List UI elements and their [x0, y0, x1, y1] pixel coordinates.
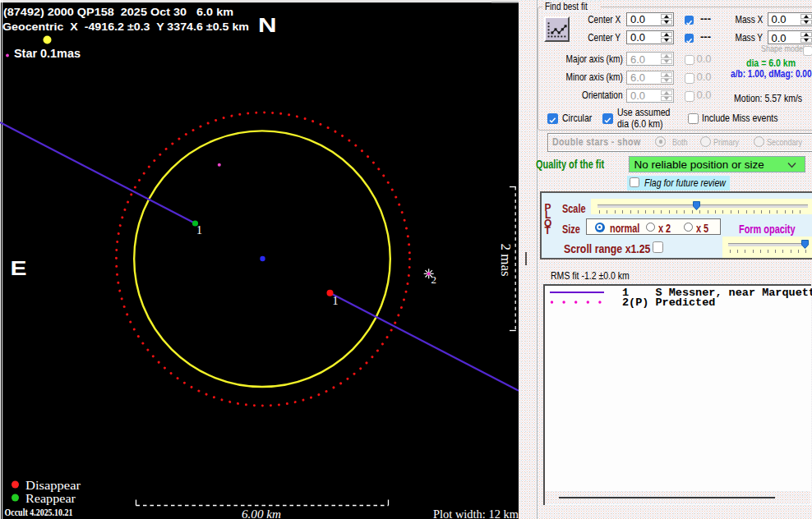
svg-text:E: E	[11, 257, 27, 279]
svg-text:(87492) 2000 QP158 2025 Oct 3: (87492) 2000 QP158 2025 Oct 30 6.0 km	[3, 6, 233, 18]
svg-text:Reappear: Reappear	[25, 492, 76, 505]
svg-text:6.00 km: 6.00 km	[242, 508, 281, 519]
svg-text:1: 1	[333, 295, 339, 307]
svg-text:1: 1	[196, 224, 202, 237]
svg-text:Disappear: Disappear	[25, 479, 81, 492]
svg-text:N: N	[258, 14, 277, 36]
svg-text:Star 0.1mas: Star 0.1mas	[14, 46, 81, 60]
svg-text:2 mas: 2 mas	[498, 243, 514, 276]
svg-text:2: 2	[431, 273, 437, 286]
svg-text:Occult 4.2025.10.21: Occult 4.2025.10.21	[5, 508, 73, 517]
svg-text:Plot width: 12 km: Plot width: 12 km	[433, 508, 519, 519]
svg-text:Geocentric X -4916.2 ±0.3 Y: Geocentric X -4916.2 ±0.3 Y 3374.6 ±0.5 …	[2, 21, 249, 33]
